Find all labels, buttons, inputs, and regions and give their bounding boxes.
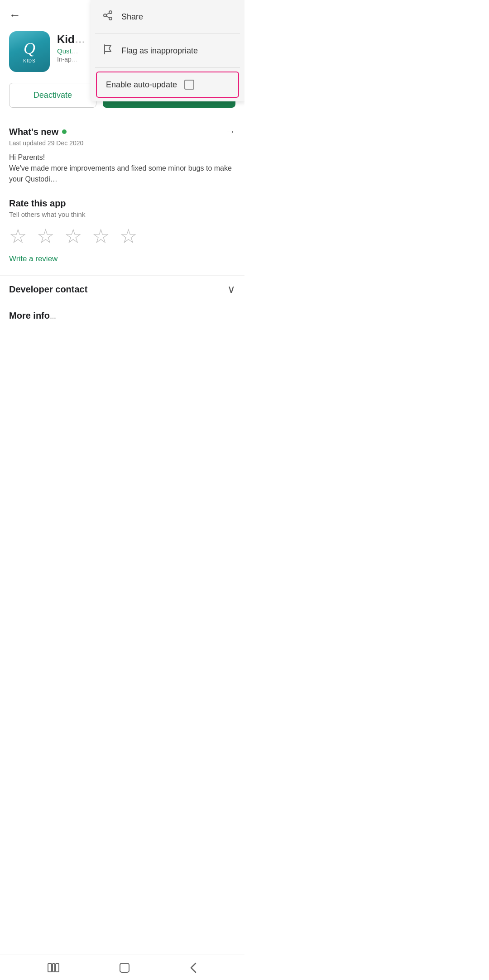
more-section: More info… xyxy=(0,303,244,328)
whats-new-header: What's new → xyxy=(9,126,235,138)
svg-point-6 xyxy=(109,17,112,20)
green-dot-indicator xyxy=(62,129,67,134)
star-1[interactable]: ☆ xyxy=(9,226,27,246)
whats-new-body: Hi Parents! We've made more improvements… xyxy=(9,152,235,185)
rate-title: Rate this app xyxy=(9,198,235,209)
svg-point-5 xyxy=(104,14,106,17)
whats-new-title: What's new xyxy=(9,127,67,137)
whats-new-arrow[interactable]: → xyxy=(225,126,235,138)
back-button[interactable]: ← xyxy=(9,8,21,22)
star-2[interactable]: ☆ xyxy=(37,226,54,246)
rate-section: Rate this app Tell others what you think… xyxy=(0,189,244,275)
developer-contact-header[interactable]: Developer contact ∨ xyxy=(9,283,235,296)
app-icon-kids-label: KIDS xyxy=(23,58,35,63)
dropdown-flag-item[interactable]: Flag as inappropriate xyxy=(91,34,244,67)
flag-label: Flag as inappropriate xyxy=(121,46,198,56)
rate-subtitle: Tell others what you think xyxy=(9,210,235,218)
auto-update-checkbox[interactable] xyxy=(184,80,194,90)
share-label: Share xyxy=(121,12,143,22)
write-review-link[interactable]: Write a review xyxy=(9,253,235,271)
star-3[interactable]: ☆ xyxy=(64,226,82,246)
whats-new-date: Last updated 29 Dec 2020 xyxy=(9,139,235,147)
svg-line-8 xyxy=(106,13,110,15)
app-icon-letter: Q xyxy=(24,40,35,57)
stars-row: ☆ ☆ ☆ ☆ ☆ xyxy=(9,218,235,253)
svg-point-4 xyxy=(109,11,112,14)
star-4[interactable]: ☆ xyxy=(92,226,110,246)
flag-icon xyxy=(101,44,114,57)
share-icon xyxy=(101,10,114,24)
svg-line-7 xyxy=(106,16,110,18)
app-icon: Q KIDS xyxy=(9,31,50,72)
deactivate-button[interactable]: Deactivate xyxy=(9,83,96,108)
dropdown-overlay: Share Flag as inappropriate Enable auto-… xyxy=(91,0,244,101)
divider-2 xyxy=(95,67,240,68)
auto-update-label: Enable auto-update xyxy=(106,80,177,90)
developer-contact-section: Developer contact ∨ xyxy=(0,275,244,303)
developer-contact-title: Developer contact xyxy=(9,284,87,295)
star-5[interactable]: ☆ xyxy=(120,226,137,246)
whats-new-section: What's new → Last updated 29 Dec 2020 Hi… xyxy=(0,117,244,189)
dropdown-share-item[interactable]: Share xyxy=(91,0,244,33)
dropdown-auto-update-item[interactable]: Enable auto-update xyxy=(96,72,239,98)
more-title: More info… xyxy=(9,311,235,321)
developer-contact-chevron: ∨ xyxy=(227,283,235,296)
